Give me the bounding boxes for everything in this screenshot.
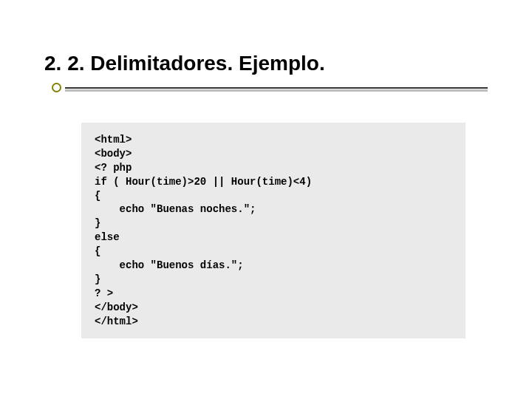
title-underline — [44, 83, 488, 93]
underline-shadow — [65, 89, 488, 92]
code-block: <html> <body> <? php if ( Hour(time)>20 … — [81, 123, 466, 338]
slide: 2. 2. Delimitadores. Ejemplo. <html> <bo… — [0, 0, 532, 399]
bullet-icon — [52, 83, 61, 92]
underline-main — [65, 87, 488, 89]
slide-title: 2. 2. Delimitadores. Ejemplo. — [44, 52, 488, 75]
